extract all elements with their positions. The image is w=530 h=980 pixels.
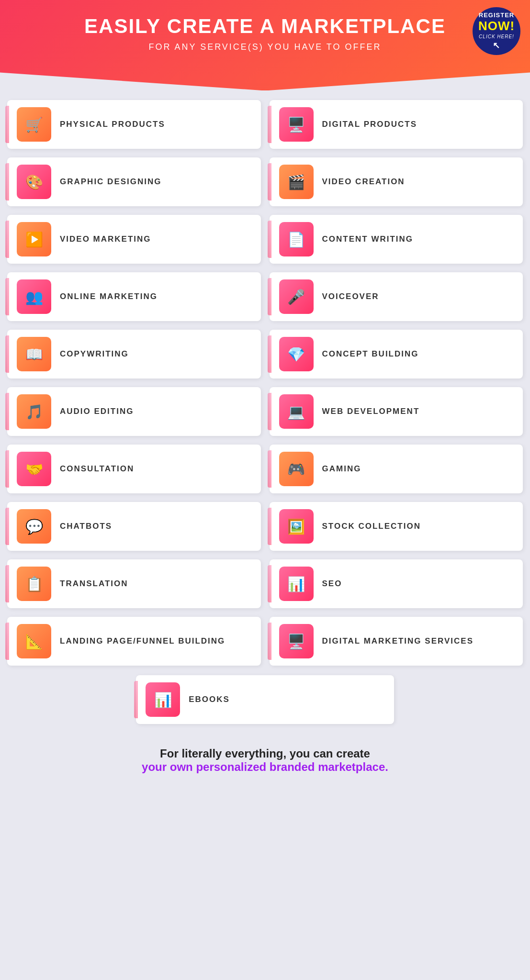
- video-marketing-label: VIDEO MARKETING: [60, 234, 151, 245]
- seo-label: SEO: [322, 579, 342, 589]
- register-line2: NOW!: [478, 19, 515, 33]
- service-card-chatbots[interactable]: 💬 CHATBOTS: [7, 502, 261, 551]
- footer-line1: For literally everything, you can create: [10, 747, 520, 760]
- service-grid: 🛒 PHYSICAL PRODUCTS 🖥️ DIGITAL PRODUCTS …: [0, 90, 530, 675]
- content-writing-icon: 📄: [279, 222, 314, 256]
- landing-page-label: LANDING PAGE/FUNNEL BUILDING: [60, 636, 225, 646]
- service-card-video-creation[interactable]: 🎬 VIDEO CREATION: [270, 157, 523, 206]
- service-card-content-writing[interactable]: 📄 CONTENT WRITING: [270, 215, 523, 264]
- voiceover-icon: 🎤: [279, 279, 314, 314]
- digital-marketing-label: DIGITAL MARKETING SERVICES: [322, 636, 474, 646]
- service-card-video-marketing[interactable]: ▶️ VIDEO MARKETING: [7, 215, 261, 264]
- consultation-icon: 🤝: [17, 452, 51, 486]
- ebooks-row: 📊 EBOOKS: [0, 675, 530, 733]
- header-title: EASILY CREATE A MARKETPLACE: [10, 14, 520, 38]
- register-line3: Click Here!: [479, 34, 514, 40]
- copywriting-icon: 📖: [17, 337, 51, 371]
- translation-label: TRANSLATION: [60, 579, 128, 589]
- service-card-physical-products[interactable]: 🛒 PHYSICAL PRODUCTS: [7, 100, 261, 149]
- service-card-copywriting[interactable]: 📖 COPYWRITING: [7, 330, 261, 379]
- register-line1: REGISTER: [479, 11, 514, 19]
- digital-products-icon: 🖥️: [279, 107, 314, 142]
- service-card-translation[interactable]: 📋 TRANSLATION: [7, 559, 261, 608]
- service-card-graphic-designing[interactable]: 🎨 GRAPHIC DESIGNING: [7, 157, 261, 206]
- content-writing-label: CONTENT WRITING: [322, 234, 414, 245]
- audio-editing-label: AUDIO EDITING: [60, 406, 134, 417]
- copywriting-label: COPYWRITING: [60, 349, 129, 359]
- web-development-label: WEB DEVELOPMENT: [322, 406, 420, 417]
- footer: For literally everything, you can create…: [0, 733, 530, 793]
- service-card-ebooks[interactable]: 📊 EBOOKS: [136, 675, 394, 724]
- audio-editing-icon: 🎵: [17, 394, 51, 429]
- online-marketing-icon: 👥: [17, 279, 51, 314]
- video-marketing-icon: ▶️: [17, 222, 51, 256]
- digital-products-label: DIGITAL PRODUCTS: [322, 119, 417, 130]
- service-card-landing-page[interactable]: 📐 LANDING PAGE/FUNNEL BUILDING: [7, 617, 261, 666]
- physical-products-icon: 🛒: [17, 107, 51, 142]
- service-card-digital-marketing[interactable]: 🖥️ DIGITAL MARKETING SERVICES: [270, 617, 523, 666]
- ebooks-icon: 📊: [146, 682, 180, 717]
- digital-marketing-icon: 🖥️: [279, 624, 314, 658]
- footer-line2: your own personalized branded marketplac…: [10, 760, 520, 774]
- register-button[interactable]: REGISTER NOW! Click Here! ↖: [473, 7, 520, 55]
- landing-page-icon: 📐: [17, 624, 51, 658]
- ebooks-label: EBOOKS: [189, 694, 230, 705]
- service-card-voiceover[interactable]: 🎤 VOICEOVER: [270, 272, 523, 321]
- gaming-icon: 🎮: [279, 452, 314, 486]
- chatbots-label: CHATBOTS: [60, 521, 112, 532]
- service-card-stock-collection[interactable]: 🖼️ STOCK COLLECTION: [270, 502, 523, 551]
- stock-collection-icon: 🖼️: [279, 509, 314, 544]
- concept-building-label: CONCEPT BUILDING: [322, 349, 419, 359]
- video-creation-icon: 🎬: [279, 165, 314, 199]
- physical-products-label: PHYSICAL PRODUCTS: [60, 119, 165, 130]
- seo-icon: 📊: [279, 567, 314, 601]
- service-card-web-development[interactable]: 💻 WEB DEVELOPMENT: [270, 387, 523, 436]
- service-card-concept-building[interactable]: 💎 CONCEPT BUILDING: [270, 330, 523, 379]
- service-card-seo[interactable]: 📊 SEO: [270, 559, 523, 608]
- voiceover-label: VOICEOVER: [322, 291, 379, 302]
- service-card-gaming[interactable]: 🎮 GAMING: [270, 445, 523, 493]
- service-card-consultation[interactable]: 🤝 CONSULTATION: [7, 445, 261, 493]
- chatbots-icon: 💬: [17, 509, 51, 544]
- gaming-label: GAMING: [322, 464, 361, 474]
- web-development-icon: 💻: [279, 394, 314, 429]
- service-card-digital-products[interactable]: 🖥️ DIGITAL PRODUCTS: [270, 100, 523, 149]
- concept-building-icon: 💎: [279, 337, 314, 371]
- service-card-online-marketing[interactable]: 👥 ONLINE MARKETING: [7, 272, 261, 321]
- stock-collection-label: STOCK COLLECTION: [322, 521, 421, 532]
- page-header: EASILY CREATE A MARKETPLACE FOR ANY SERV…: [0, 0, 530, 90]
- header-subtitle: FOR ANY SERVICE(S) YOU HAVE TO OFFER: [10, 42, 520, 52]
- online-marketing-label: ONLINE MARKETING: [60, 291, 158, 302]
- graphic-designing-icon: 🎨: [17, 165, 51, 199]
- service-card-audio-editing[interactable]: 🎵 AUDIO EDITING: [7, 387, 261, 436]
- graphic-designing-label: GRAPHIC DESIGNING: [60, 177, 162, 187]
- consultation-label: CONSULTATION: [60, 464, 134, 474]
- translation-icon: 📋: [17, 567, 51, 601]
- cursor-icon: ↖: [493, 41, 500, 51]
- video-creation-label: VIDEO CREATION: [322, 177, 405, 187]
